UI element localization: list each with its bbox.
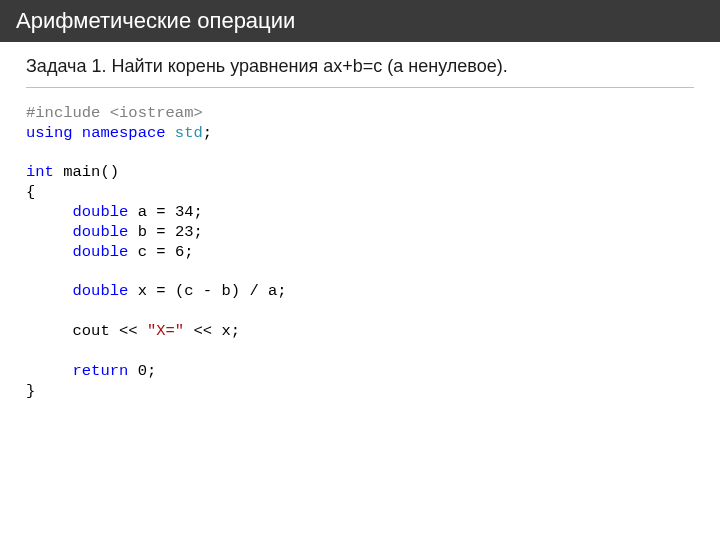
kw-using: using: [26, 124, 73, 142]
semi: ;: [231, 322, 240, 340]
kw-double: double: [73, 223, 129, 241]
semi: ;: [203, 124, 212, 142]
op-minus: -: [203, 282, 212, 300]
op-eq: =: [156, 203, 165, 221]
indent: [26, 223, 73, 241]
lit-34: 34: [175, 203, 194, 221]
brace-close: }: [26, 382, 35, 400]
op-eq: =: [156, 282, 165, 300]
var-b: b: [138, 223, 147, 241]
slide-title: Арифметические операции: [16, 8, 295, 33]
var-c: c: [184, 282, 193, 300]
indent: [26, 203, 73, 221]
lit-6: 6: [175, 243, 184, 261]
var-a: a: [138, 203, 147, 221]
lit-23: 23: [175, 223, 194, 241]
paren-close: ): [231, 282, 240, 300]
preproc-header: <iostream>: [100, 104, 202, 122]
kw-namespace: namespace: [82, 124, 166, 142]
op-insert: <<: [119, 322, 138, 340]
semi: ;: [277, 282, 286, 300]
semi: ;: [194, 203, 203, 221]
op-div: /: [249, 282, 258, 300]
op-eq: =: [156, 223, 165, 241]
kw-double: double: [73, 203, 129, 221]
brace-open: {: [26, 183, 35, 201]
semi: ;: [194, 223, 203, 241]
op-insert: <<: [194, 322, 213, 340]
lit-0: 0: [138, 362, 147, 380]
problem-statement: Задача 1. Найти корень уравнения ax+b=c …: [26, 56, 694, 88]
title-bar: Арифметические операции: [0, 0, 720, 42]
indent: [26, 322, 73, 340]
id-cout: cout: [73, 322, 110, 340]
kw-return: return: [73, 362, 129, 380]
semi: ;: [184, 243, 193, 261]
var-x: x: [221, 322, 230, 340]
slide: Арифметические операции Задача 1. Найти …: [0, 0, 720, 540]
var-x: x: [138, 282, 147, 300]
indent: [26, 243, 73, 261]
str-xeq: "X=": [147, 322, 184, 340]
var-b: b: [221, 282, 230, 300]
var-c: c: [138, 243, 147, 261]
semi: ;: [147, 362, 156, 380]
content-area: Задача 1. Найти корень уравнения ax+b=c …: [0, 42, 720, 415]
fn-main: main: [63, 163, 100, 181]
paren-open: (: [100, 163, 109, 181]
kw-int: int: [26, 163, 54, 181]
indent: [26, 282, 73, 300]
ns-std: std: [175, 124, 203, 142]
op-eq: =: [156, 243, 165, 261]
kw-double: double: [73, 243, 129, 261]
indent: [26, 362, 73, 380]
preproc-include: #include: [26, 104, 100, 122]
code-block: #include <iostream> using namespace std;…: [26, 94, 694, 401]
paren-open: (: [175, 282, 184, 300]
kw-double: double: [73, 282, 129, 300]
paren-close: ): [110, 163, 119, 181]
var-a: a: [268, 282, 277, 300]
